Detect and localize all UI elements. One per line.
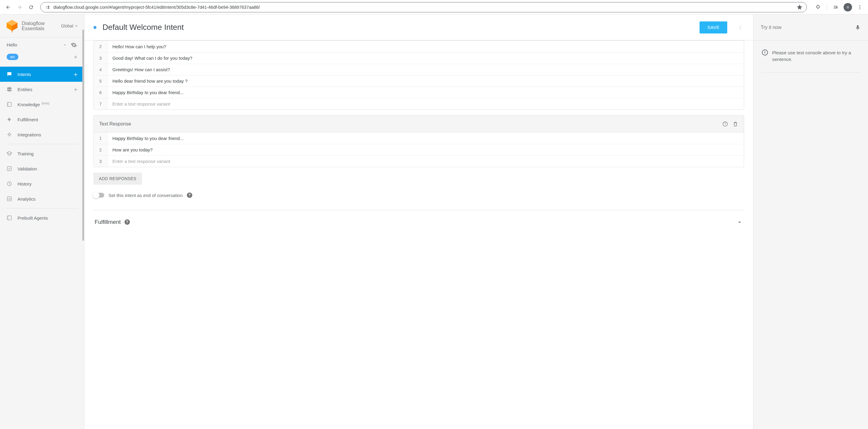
svg-marker-6	[11, 30, 13, 33]
response-row[interactable]: 2Hello! How can I help you?	[94, 41, 744, 52]
profile-avatar[interactable]: n	[843, 2, 853, 12]
history-icon	[6, 181, 13, 187]
row-number: 3	[94, 53, 107, 64]
row-number: 2	[94, 144, 107, 155]
svg-text:?: ?	[724, 122, 726, 125]
analytics-icon	[6, 196, 13, 202]
forward-button[interactable]	[14, 2, 25, 12]
intent-title[interactable]: Default Welcome Intent	[102, 23, 184, 32]
response-row-new[interactable]: 7Enter a text response variant	[94, 98, 744, 110]
svg-rect-9	[7, 167, 11, 170]
save-button[interactable]: SAVE	[700, 22, 727, 33]
response-placeholder[interactable]: Enter a text response variant	[107, 156, 744, 166]
gear-icon[interactable]	[69, 42, 79, 48]
help-icon[interactable]: ?	[187, 193, 192, 198]
sidebar-item-prebuilt-agents[interactable]: Prebuilt Agents	[0, 210, 84, 225]
row-number: 2	[94, 41, 107, 52]
extensions-icon[interactable]	[813, 2, 823, 12]
response-text[interactable]: Hello dear friend how are you today ?	[107, 76, 744, 86]
test-hint: i Please use test console above to try a…	[753, 40, 868, 72]
response-text[interactable]: Hello! How can I help you?	[107, 41, 744, 52]
dialogflow-logo-icon	[6, 20, 18, 32]
svg-rect-8	[7, 102, 8, 106]
info-icon: i	[762, 50, 768, 56]
sidebar-item-intents[interactable]: Intents ＋	[0, 67, 84, 82]
text-response-card: Text Response ? 1Happy Birthday to you d…	[93, 115, 744, 167]
help-icon[interactable]: ?	[722, 121, 728, 127]
site-settings-icon[interactable]	[45, 4, 50, 10]
response-placeholder[interactable]: Enter a text response variant	[107, 99, 744, 109]
row-number: 4	[94, 64, 107, 75]
scrollbar[interactable]	[82, 30, 84, 241]
brand-text: Dialogflow Essentials	[22, 21, 44, 31]
end-of-conversation-label: Set this intent as end of conversation	[108, 193, 183, 198]
row-number: 6	[94, 87, 107, 98]
sidebar-item-integrations[interactable]: Integrations	[0, 127, 84, 142]
microphone-icon[interactable]	[855, 24, 861, 31]
chevron-up-icon[interactable]	[736, 219, 743, 225]
sidebar-item-validation[interactable]: Validation	[0, 161, 84, 176]
chrome-menu-icon[interactable]	[855, 2, 865, 12]
language-chip[interactable]: en	[7, 54, 19, 60]
chevron-down-icon[interactable]	[61, 42, 69, 47]
sidebar-item-fulfillment[interactable]: Fulfillment	[0, 112, 84, 127]
intents-icon	[6, 71, 13, 77]
separator	[6, 208, 78, 208]
more-menu-icon[interactable]	[733, 25, 744, 30]
response-row[interactable]: 1Happy Birthday to you dear friend...	[94, 133, 744, 144]
browser-toolbar: dialogflow.cloud.google.com/#/agent/mypr…	[0, 0, 868, 15]
agent-selector[interactable]: Hello	[0, 38, 84, 51]
reload-button[interactable]	[26, 2, 36, 12]
row-number: 5	[94, 76, 107, 87]
back-button[interactable]	[3, 2, 13, 12]
row-number: 7	[94, 98, 107, 110]
training-icon	[6, 150, 13, 156]
url-text: dialogflow.cloud.google.com/#/agent/mypr…	[53, 5, 794, 10]
prebuilt-agents-icon	[6, 215, 13, 221]
try-it-now-input[interactable]: Try it now	[761, 25, 851, 30]
row-number: 1	[94, 133, 107, 144]
test-header: Try it now	[753, 15, 868, 40]
svg-point-15	[740, 27, 741, 28]
sidebar-item-entities[interactable]: Entities ＋	[0, 82, 84, 97]
response-row[interactable]: 5Hello dear friend how are you today ?	[94, 75, 744, 87]
region-selector[interactable]: Global	[61, 24, 79, 28]
svg-point-0	[860, 5, 861, 6]
add-language-button[interactable]: ＋	[73, 53, 79, 61]
sidebar-item-analytics[interactable]: Analytics	[0, 191, 84, 206]
media-control-icon[interactable]	[831, 2, 841, 12]
content-header: Default Welcome Intent SAVE	[84, 15, 753, 40]
svg-point-16	[740, 28, 741, 29]
svg-point-14	[740, 25, 741, 26]
response-text[interactable]: How are you today?	[107, 145, 744, 155]
response-text[interactable]: Greetings! How can I assist?	[107, 64, 744, 75]
address-bar[interactable]: dialogflow.cloud.google.com/#/agent/mypr…	[40, 2, 807, 12]
separator	[761, 72, 861, 73]
row-number: 3	[94, 156, 107, 167]
language-row: en ＋	[0, 51, 84, 65]
help-icon[interactable]: ?	[124, 219, 130, 225]
bookmark-star-icon[interactable]	[797, 4, 802, 10]
response-row[interactable]: 6Happy Birthday to you dear friend...	[94, 87, 744, 98]
validation-icon	[6, 166, 13, 172]
add-responses-button[interactable]: ADD RESPONSES	[93, 173, 142, 184]
response-row[interactable]: 3Good day! What can I do for you today?	[94, 52, 744, 64]
response-row[interactable]: 2How are you today?	[94, 144, 744, 155]
content-area: Default Welcome Intent SAVE 2Hello! How …	[84, 15, 753, 429]
response-text[interactable]: Happy Birthday to you dear friend...	[107, 87, 744, 97]
add-intent-button[interactable]: ＋	[73, 70, 79, 79]
fulfillment-section-header[interactable]: Fulfillment ?	[93, 210, 744, 228]
response-text[interactable]: Good day! What can I do for you today?	[107, 53, 744, 63]
delete-icon[interactable]	[733, 121, 738, 127]
sidebar-item-history[interactable]: History	[0, 176, 84, 191]
response-text[interactable]: Happy Birthday to you dear friend...	[107, 133, 744, 143]
end-of-conversation-toggle[interactable]	[93, 193, 104, 198]
test-panel: Try it now i Please use test console abo…	[753, 15, 868, 429]
response-card: 2Hello! How can I help you?3Good day! Wh…	[93, 40, 744, 110]
sidebar-item-training[interactable]: Training	[0, 146, 84, 161]
add-entity-button[interactable]: ＋	[73, 85, 79, 93]
response-row-new[interactable]: 3Enter a text response variant	[94, 155, 744, 167]
response-row[interactable]: 4Greetings! How can I assist?	[94, 64, 744, 75]
sidebar-item-knowledge[interactable]: Knowledge [beta]	[0, 97, 84, 112]
sidebar: Dialogflow Essentials Global Hello en ＋ …	[0, 15, 84, 429]
